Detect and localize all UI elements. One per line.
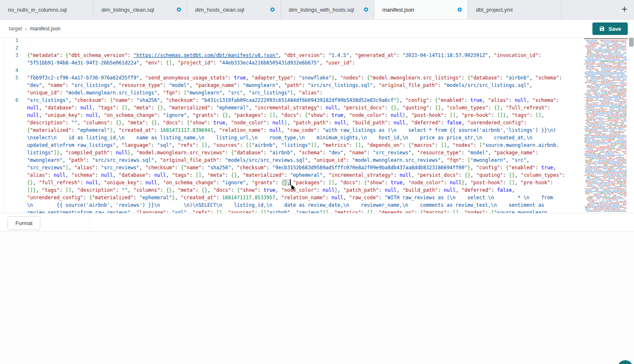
tab-no-nulls-in-columns-sql[interactable]: no_nulls_in_columns.sql bbox=[0, 0, 94, 19]
code-row[interactable]: \nselect\n id as listing_id,\n name as l… bbox=[0, 134, 583, 141]
code-row[interactable]: "description": "", "columns": {}, "meta"… bbox=[0, 119, 583, 126]
line-number bbox=[0, 126, 18, 134]
unsaved-changes-dot-icon bbox=[270, 7, 275, 12]
line-number bbox=[0, 186, 18, 194]
mouse-pointer-icon bbox=[291, 184, 296, 193]
code-row[interactable]: {"materialized": "ephemeral"}, "created_… bbox=[0, 126, 583, 134]
code-row[interactable]: null, "database": null, "tags": [], "met… bbox=[0, 104, 583, 111]
code-text: \nselect\n id as listing_id,\n name as l… bbox=[18, 134, 532, 141]
line-number: 4 bbox=[0, 67, 18, 74]
line-number bbox=[0, 141, 18, 149]
code-text: "dev", "name": "src_listings", "resource… bbox=[18, 82, 532, 89]
code-row[interactable]: 3{"metadata": {"dbt_schema_version": "ht… bbox=[0, 52, 583, 59]
format-button[interactable]: Format bbox=[7, 216, 40, 230]
minimap[interactable] bbox=[583, 38, 629, 212]
breadcrumb: target › manifest.json bbox=[9, 20, 60, 37]
code-text: {"metadata": {"dbt_schema_version": "htt… bbox=[18, 52, 541, 59]
save-button-label: Save bbox=[609, 26, 621, 32]
code-row[interactable]: 2 bbox=[0, 44, 583, 52]
line-number bbox=[0, 201, 18, 209]
chevron-right-icon: › bbox=[25, 26, 27, 32]
code-text: "src_listings", "checksum": {"name": "sh… bbox=[18, 97, 559, 104]
tab-manifest-json[interactable]: manifest.json bbox=[374, 0, 468, 19]
line-number: 3 bbox=[0, 52, 18, 59]
code-row[interactable]: updated_at\nfrom raw_listings", "languag… bbox=[0, 141, 583, 149]
line-number bbox=[0, 59, 18, 67]
file-toolbar: target › manifest.json Save bbox=[0, 20, 634, 38]
line-number: 6 bbox=[0, 97, 18, 104]
line-number bbox=[0, 82, 18, 89]
line-number bbox=[0, 134, 18, 141]
code-row[interactable]: 4 bbox=[0, 67, 583, 74]
code-row[interactable]: "alias": null, "schema": null, "database… bbox=[0, 171, 583, 179]
code-row[interactable]: 5"fbb9f3c2-cf96-4a17-b736-976a62d35ff9",… bbox=[0, 74, 583, 82]
code-text: "fbb9f3c2-cf96-4a17-b736-976a62d35ff9", … bbox=[18, 74, 562, 82]
code-text: "src_reviews"], "alias": "src_reviews", … bbox=[18, 164, 556, 171]
pane-divider bbox=[3, 38, 4, 213]
line-number: 2 bbox=[0, 44, 18, 52]
code-row[interactable]: "unrendered_config": {"materialized": "e… bbox=[0, 194, 583, 201]
unsaved-changes-dot-icon bbox=[364, 7, 368, 12]
code-text: review_sentiment\nfrom raw_reviews", "la… bbox=[18, 209, 550, 213]
line-number bbox=[0, 209, 18, 213]
code-text: []}, "tags": [], "description": "", "col… bbox=[18, 186, 515, 194]
code-row[interactable]: "5f51bb91-94b8-4e31-94f2-26b5e061d22a", … bbox=[0, 59, 583, 67]
line-number bbox=[0, 164, 18, 171]
unsaved-changes-dot-icon bbox=[458, 7, 462, 12]
code-text: \n {{ source('airbnb', 'reviews') }}\n \… bbox=[18, 201, 544, 209]
tab-dim-hosts-clean-sql[interactable]: dim_hosts_clean.sql bbox=[187, 0, 281, 19]
tab-bar: no_nulls_in_columns.sqldim_listings_clea… bbox=[0, 0, 634, 20]
code-text: "5f51bb91-94b8-4e31-94f2-26b5e061d22a", … bbox=[18, 59, 355, 67]
code-text: {"materialized": "ephemeral"}, "created_… bbox=[18, 126, 556, 134]
tab-dbt-project-yml[interactable]: dbt_project.yml bbox=[468, 0, 562, 19]
line-number bbox=[0, 104, 18, 111]
code-row[interactable]: listings"]}, "compiled_path": null}, "mo… bbox=[0, 149, 583, 156]
code-row[interactable]: "unique_id": "model.mwonglearn.src_listi… bbox=[0, 89, 583, 97]
code-text: null, "unique_key": null, "on_schema_cha… bbox=[18, 111, 544, 119]
code-row[interactable]: null, "unique_key": null, "on_schema_cha… bbox=[0, 111, 583, 119]
tab-dim-listings-with-hosts-sql[interactable]: dim_listings_with_hosts.sql bbox=[281, 0, 374, 19]
tab-dim-listings-clean-sql[interactable]: dim_listings_clean.sql bbox=[94, 0, 187, 19]
tab-label: dim_hosts_clean.sql bbox=[195, 7, 244, 13]
line-number bbox=[0, 171, 18, 179]
line-number bbox=[0, 156, 18, 164]
new-tab-button[interactable]: + bbox=[618, 3, 631, 15]
breadcrumb-file: manifest.json bbox=[30, 26, 61, 32]
line-number bbox=[0, 111, 18, 119]
bracket-match-highlight bbox=[283, 179, 290, 186]
code-text: "description": "", "columns": {}, "meta"… bbox=[18, 119, 527, 126]
code-row[interactable]: review_sentiment\nfrom raw_reviews", "la… bbox=[0, 209, 583, 213]
code-row[interactable]: \n {{ source('airbnb', 'reviews') }}\n \… bbox=[0, 201, 583, 209]
tab-label: dim_listings_with_hosts.sql bbox=[289, 7, 354, 13]
code-text: "unique_id": "model.mwonglearn.src_listi… bbox=[18, 89, 322, 97]
line-number bbox=[0, 194, 18, 201]
results-panel bbox=[0, 232, 634, 364]
editor-action-bar: Format bbox=[0, 213, 634, 232]
code-text: null, "database": null, "tags": [], "met… bbox=[18, 104, 550, 111]
tab-strip: no_nulls_in_columns.sqldim_listings_clea… bbox=[0, 0, 634, 19]
line-number bbox=[0, 179, 18, 186]
line-number bbox=[0, 119, 18, 126]
tab-label: no_nulls_in_columns.sql bbox=[8, 7, 67, 13]
code-row[interactable]: "mwonglearn", "path": "src/src_reviews.s… bbox=[0, 156, 583, 164]
code-text bbox=[18, 44, 27, 52]
line-number: 5 bbox=[0, 74, 18, 82]
code-row[interactable]: "src_reviews"], "alias": "src_reviews", … bbox=[0, 164, 583, 171]
code-text: updated_at\nfrom raw_listings", "languag… bbox=[18, 141, 559, 149]
divider bbox=[89, 213, 90, 231]
code-row[interactable]: "dev", "name": "src_listings", "resource… bbox=[0, 82, 583, 89]
tab-label: dbt_project.yml bbox=[476, 7, 513, 13]
code-row[interactable]: 6"src_listings", "checksum": {"name": "s… bbox=[0, 97, 583, 104]
code-text: "unrendered_config": {"materialized": "e… bbox=[18, 194, 553, 201]
scrollbar-thumb[interactable] bbox=[629, 37, 634, 47]
code-text: "alias": null, "schema": null, "database… bbox=[18, 171, 565, 179]
code-text: "mwonglearn", "path": "src/src_reviews.s… bbox=[18, 156, 530, 164]
breadcrumb-folder: target bbox=[9, 26, 22, 32]
save-button[interactable]: Save bbox=[592, 22, 628, 35]
floppy-icon bbox=[599, 26, 605, 32]
tab-label: dim_listings_clean.sql bbox=[102, 7, 154, 13]
code-text: listings"]}, "compiled_path": null}, "mo… bbox=[18, 149, 538, 156]
unsaved-changes-dot-icon bbox=[177, 7, 181, 12]
tab-label: manifest.json bbox=[382, 7, 414, 13]
line-number bbox=[0, 89, 18, 97]
